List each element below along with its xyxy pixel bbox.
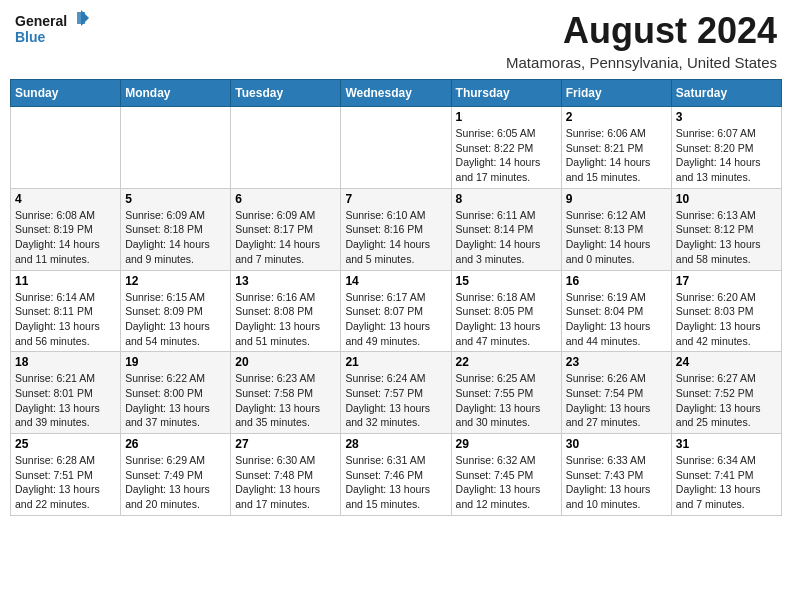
day-info: Sunrise: 6:17 AM Sunset: 8:07 PM Dayligh… bbox=[345, 290, 446, 349]
calendar-cell: 19Sunrise: 6:22 AM Sunset: 8:00 PM Dayli… bbox=[121, 352, 231, 434]
calendar-week-4: 18Sunrise: 6:21 AM Sunset: 8:01 PM Dayli… bbox=[11, 352, 782, 434]
day-info: Sunrise: 6:24 AM Sunset: 7:57 PM Dayligh… bbox=[345, 371, 446, 430]
day-number: 31 bbox=[676, 437, 777, 451]
calendar-cell: 11Sunrise: 6:14 AM Sunset: 8:11 PM Dayli… bbox=[11, 270, 121, 352]
day-number: 23 bbox=[566, 355, 667, 369]
calendar-cell bbox=[11, 107, 121, 189]
day-number: 2 bbox=[566, 110, 667, 124]
location-subtitle: Matamoras, Pennsylvania, United States bbox=[506, 54, 777, 71]
day-number: 18 bbox=[15, 355, 116, 369]
day-number: 13 bbox=[235, 274, 336, 288]
column-header-wednesday: Wednesday bbox=[341, 80, 451, 107]
day-info: Sunrise: 6:11 AM Sunset: 8:14 PM Dayligh… bbox=[456, 208, 557, 267]
day-number: 19 bbox=[125, 355, 226, 369]
day-number: 4 bbox=[15, 192, 116, 206]
day-info: Sunrise: 6:19 AM Sunset: 8:04 PM Dayligh… bbox=[566, 290, 667, 349]
day-info: Sunrise: 6:18 AM Sunset: 8:05 PM Dayligh… bbox=[456, 290, 557, 349]
day-info: Sunrise: 6:09 AM Sunset: 8:18 PM Dayligh… bbox=[125, 208, 226, 267]
day-info: Sunrise: 6:14 AM Sunset: 8:11 PM Dayligh… bbox=[15, 290, 116, 349]
calendar-cell: 6Sunrise: 6:09 AM Sunset: 8:17 PM Daylig… bbox=[231, 188, 341, 270]
calendar-cell bbox=[121, 107, 231, 189]
calendar-cell bbox=[341, 107, 451, 189]
calendar-week-3: 11Sunrise: 6:14 AM Sunset: 8:11 PM Dayli… bbox=[11, 270, 782, 352]
calendar-cell: 26Sunrise: 6:29 AM Sunset: 7:49 PM Dayli… bbox=[121, 434, 231, 516]
day-info: Sunrise: 6:22 AM Sunset: 8:00 PM Dayligh… bbox=[125, 371, 226, 430]
day-number: 28 bbox=[345, 437, 446, 451]
day-number: 17 bbox=[676, 274, 777, 288]
calendar-cell bbox=[231, 107, 341, 189]
page-header: General Blue August 2024 Matamoras, Penn… bbox=[10, 10, 782, 71]
day-info: Sunrise: 6:13 AM Sunset: 8:12 PM Dayligh… bbox=[676, 208, 777, 267]
calendar-cell: 31Sunrise: 6:34 AM Sunset: 7:41 PM Dayli… bbox=[671, 434, 781, 516]
day-info: Sunrise: 6:32 AM Sunset: 7:45 PM Dayligh… bbox=[456, 453, 557, 512]
calendar-week-2: 4Sunrise: 6:08 AM Sunset: 8:19 PM Daylig… bbox=[11, 188, 782, 270]
calendar-cell: 29Sunrise: 6:32 AM Sunset: 7:45 PM Dayli… bbox=[451, 434, 561, 516]
calendar-table: SundayMondayTuesdayWednesdayThursdayFrid… bbox=[10, 79, 782, 516]
calendar-cell: 9Sunrise: 6:12 AM Sunset: 8:13 PM Daylig… bbox=[561, 188, 671, 270]
day-info: Sunrise: 6:08 AM Sunset: 8:19 PM Dayligh… bbox=[15, 208, 116, 267]
day-number: 7 bbox=[345, 192, 446, 206]
day-info: Sunrise: 6:07 AM Sunset: 8:20 PM Dayligh… bbox=[676, 126, 777, 185]
day-info: Sunrise: 6:12 AM Sunset: 8:13 PM Dayligh… bbox=[566, 208, 667, 267]
calendar-cell: 24Sunrise: 6:27 AM Sunset: 7:52 PM Dayli… bbox=[671, 352, 781, 434]
calendar-cell: 15Sunrise: 6:18 AM Sunset: 8:05 PM Dayli… bbox=[451, 270, 561, 352]
day-number: 9 bbox=[566, 192, 667, 206]
day-info: Sunrise: 6:29 AM Sunset: 7:49 PM Dayligh… bbox=[125, 453, 226, 512]
day-info: Sunrise: 6:27 AM Sunset: 7:52 PM Dayligh… bbox=[676, 371, 777, 430]
calendar-cell: 8Sunrise: 6:11 AM Sunset: 8:14 PM Daylig… bbox=[451, 188, 561, 270]
calendar-cell: 22Sunrise: 6:25 AM Sunset: 7:55 PM Dayli… bbox=[451, 352, 561, 434]
day-number: 22 bbox=[456, 355, 557, 369]
day-number: 24 bbox=[676, 355, 777, 369]
day-number: 27 bbox=[235, 437, 336, 451]
calendar-cell: 21Sunrise: 6:24 AM Sunset: 7:57 PM Dayli… bbox=[341, 352, 451, 434]
column-header-thursday: Thursday bbox=[451, 80, 561, 107]
day-info: Sunrise: 6:25 AM Sunset: 7:55 PM Dayligh… bbox=[456, 371, 557, 430]
day-number: 25 bbox=[15, 437, 116, 451]
day-number: 5 bbox=[125, 192, 226, 206]
calendar-cell: 10Sunrise: 6:13 AM Sunset: 8:12 PM Dayli… bbox=[671, 188, 781, 270]
column-header-sunday: Sunday bbox=[11, 80, 121, 107]
column-header-monday: Monday bbox=[121, 80, 231, 107]
svg-text:Blue: Blue bbox=[15, 29, 46, 45]
title-block: August 2024 Matamoras, Pennsylvania, Uni… bbox=[506, 10, 777, 71]
calendar-cell: 23Sunrise: 6:26 AM Sunset: 7:54 PM Dayli… bbox=[561, 352, 671, 434]
logo: General Blue bbox=[15, 10, 90, 50]
day-number: 29 bbox=[456, 437, 557, 451]
day-info: Sunrise: 6:26 AM Sunset: 7:54 PM Dayligh… bbox=[566, 371, 667, 430]
calendar-cell: 28Sunrise: 6:31 AM Sunset: 7:46 PM Dayli… bbox=[341, 434, 451, 516]
month-year-title: August 2024 bbox=[506, 10, 777, 52]
calendar-cell: 14Sunrise: 6:17 AM Sunset: 8:07 PM Dayli… bbox=[341, 270, 451, 352]
calendar-cell: 12Sunrise: 6:15 AM Sunset: 8:09 PM Dayli… bbox=[121, 270, 231, 352]
column-header-friday: Friday bbox=[561, 80, 671, 107]
day-info: Sunrise: 6:16 AM Sunset: 8:08 PM Dayligh… bbox=[235, 290, 336, 349]
day-number: 15 bbox=[456, 274, 557, 288]
day-number: 30 bbox=[566, 437, 667, 451]
calendar-week-5: 25Sunrise: 6:28 AM Sunset: 7:51 PM Dayli… bbox=[11, 434, 782, 516]
svg-text:General: General bbox=[15, 13, 67, 29]
day-number: 14 bbox=[345, 274, 446, 288]
day-info: Sunrise: 6:20 AM Sunset: 8:03 PM Dayligh… bbox=[676, 290, 777, 349]
calendar-cell: 3Sunrise: 6:07 AM Sunset: 8:20 PM Daylig… bbox=[671, 107, 781, 189]
day-info: Sunrise: 6:31 AM Sunset: 7:46 PM Dayligh… bbox=[345, 453, 446, 512]
day-info: Sunrise: 6:06 AM Sunset: 8:21 PM Dayligh… bbox=[566, 126, 667, 185]
calendar-cell: 30Sunrise: 6:33 AM Sunset: 7:43 PM Dayli… bbox=[561, 434, 671, 516]
day-number: 3 bbox=[676, 110, 777, 124]
calendar-cell: 2Sunrise: 6:06 AM Sunset: 8:21 PM Daylig… bbox=[561, 107, 671, 189]
logo-svg: General Blue bbox=[15, 10, 90, 50]
column-header-tuesday: Tuesday bbox=[231, 80, 341, 107]
day-number: 26 bbox=[125, 437, 226, 451]
calendar-header-row: SundayMondayTuesdayWednesdayThursdayFrid… bbox=[11, 80, 782, 107]
column-header-saturday: Saturday bbox=[671, 80, 781, 107]
day-info: Sunrise: 6:30 AM Sunset: 7:48 PM Dayligh… bbox=[235, 453, 336, 512]
day-info: Sunrise: 6:15 AM Sunset: 8:09 PM Dayligh… bbox=[125, 290, 226, 349]
day-number: 12 bbox=[125, 274, 226, 288]
day-number: 6 bbox=[235, 192, 336, 206]
day-info: Sunrise: 6:34 AM Sunset: 7:41 PM Dayligh… bbox=[676, 453, 777, 512]
day-info: Sunrise: 6:28 AM Sunset: 7:51 PM Dayligh… bbox=[15, 453, 116, 512]
day-number: 21 bbox=[345, 355, 446, 369]
calendar-cell: 17Sunrise: 6:20 AM Sunset: 8:03 PM Dayli… bbox=[671, 270, 781, 352]
day-info: Sunrise: 6:10 AM Sunset: 8:16 PM Dayligh… bbox=[345, 208, 446, 267]
day-number: 11 bbox=[15, 274, 116, 288]
calendar-cell: 4Sunrise: 6:08 AM Sunset: 8:19 PM Daylig… bbox=[11, 188, 121, 270]
day-info: Sunrise: 6:21 AM Sunset: 8:01 PM Dayligh… bbox=[15, 371, 116, 430]
